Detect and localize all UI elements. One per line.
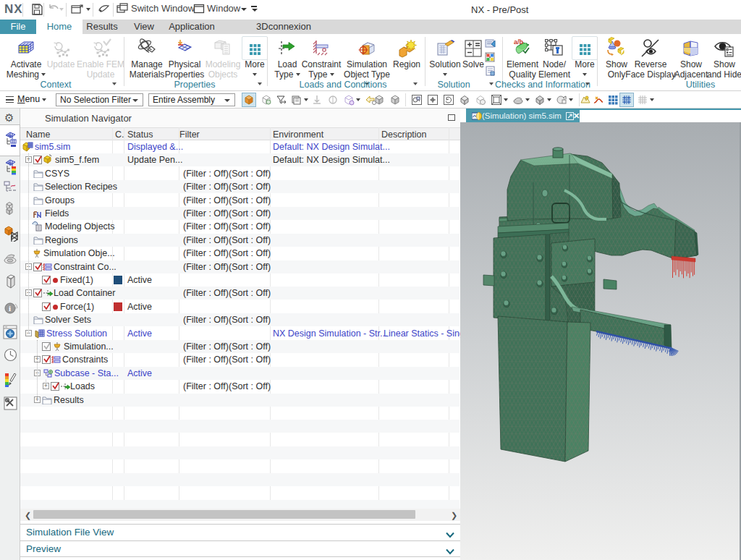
svg-text:i: i: [556, 47, 558, 55]
svg-text:a/b: a/b: [514, 38, 524, 46]
svg-text:i: i: [9, 304, 11, 313]
